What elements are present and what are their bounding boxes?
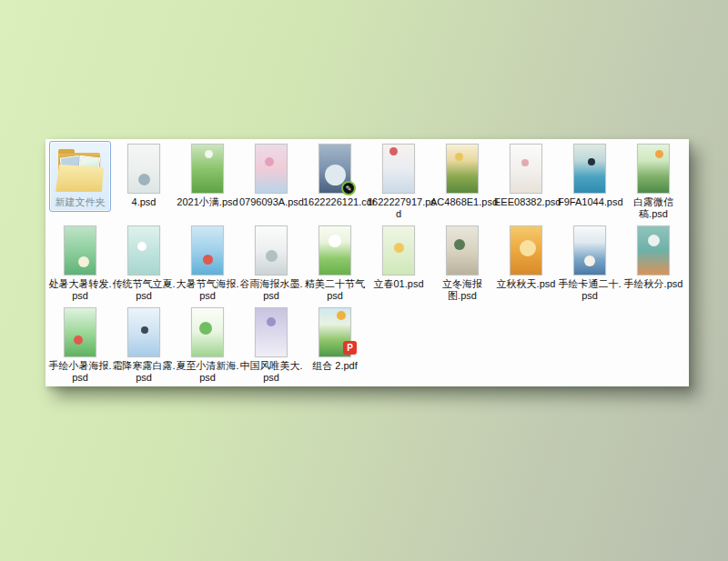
file-thumbnail [573,225,606,275]
file-item[interactable]: 新建文件夹 [48,141,112,220]
thumbnail-area [112,305,176,357]
poster-accent [203,255,213,265]
file-item[interactable]: 夏至小清新海. psd [176,305,239,384]
thumbnail-area [303,223,367,275]
file-item[interactable]: 精美二十节气 psd [303,223,367,302]
file-label: 夏至小清新海. psd [176,360,238,384]
file-item[interactable]: AC4868E1.psd [430,141,494,220]
file-item[interactable]: 立冬海报图.psd [430,223,494,302]
poster-accent [199,322,212,335]
file-thumbnail [64,225,96,275]
file-item[interactable]: 1622227917.ps d [367,141,430,220]
file-item[interactable]: 手绘卡通二十. psd [558,223,622,302]
file-label: 1622226121.cdr [303,196,367,208]
thumbnail-area [367,223,430,275]
file-item[interactable]: 白露微信稿.psd [622,141,685,220]
poster-accent [138,174,150,185]
file-item[interactable]: F9FA1044.psd [558,141,622,220]
file-item[interactable]: 中国风唯美大. psd [239,305,303,384]
file-label: 手绘小暑海报. psd [48,360,111,384]
file-item[interactable]: 霜降寒露白露. psd [112,305,176,384]
thumbnail-area [239,141,303,194]
poster-accent [141,326,148,334]
thumbnail-area: P [303,305,367,357]
file-thumbnail [446,144,479,194]
file-label: 0796093A.psd [239,196,303,208]
thumbnail-area [48,305,112,357]
file-item[interactable]: ✎1622226121.cdr [303,141,367,220]
file-label: 立春01.psd [373,278,423,290]
file-item[interactable]: 2021小满.psd [176,141,239,220]
file-label: 4.psd [132,196,157,208]
thumbnail-area [558,223,622,275]
file-label: 中国风唯美大. psd [239,360,302,384]
file-thumbnail [318,225,351,275]
file-label: 精美二十节气 psd [305,278,365,302]
file-label: 霜降寒露白露. psd [112,360,175,384]
folder-front [56,165,104,192]
file-item[interactable]: 手绘秋分.psd [622,223,685,302]
file-explorer-panel: 新建文件夹4.psd2021小满.psd0796093A.psd✎1622226… [46,139,689,386]
thumbnail-area [48,223,112,275]
file-label: 大暑节气海报. psd [176,278,238,302]
poster-accent [78,256,89,267]
file-item[interactable]: P组合 2.pdf [303,305,367,384]
file-label: 处暑大暑转发. psd [48,278,111,302]
file-item[interactable]: 大暑节气海报. psd [176,223,239,302]
thumbnail-area [430,141,494,194]
file-thumbnail [382,144,415,194]
poster-accent [265,157,274,166]
thumbnail-area [367,141,430,194]
file-label: 传统节气立夏. psd [112,278,175,302]
file-label: AC4868E1.psd [430,196,494,208]
file-thumbnail [127,225,160,275]
file-label: 组合 2.pdf [312,360,358,372]
thumbnail-area [176,223,239,275]
thumbnail-area [622,141,685,194]
file-thumbnail [191,144,224,194]
poster-accent [454,239,465,250]
file-thumbnail [510,144,542,194]
file-label: 手绘卡通二十. psd [558,278,621,302]
poster-accent [394,243,404,253]
poster-accent [520,240,536,256]
file-item[interactable]: 0796093A.psd [239,141,303,220]
file-thumbnail [191,307,224,357]
poster-accent [648,235,660,246]
file-thumbnail [637,144,670,194]
file-item[interactable]: 立秋秋天.psd [494,223,558,302]
thumbnail-area [494,223,558,275]
file-thumbnail [255,225,288,275]
file-thumbnail [191,225,224,275]
file-item[interactable]: 传统节气立夏. psd [112,223,176,302]
poster-accent [521,159,529,166]
file-thumbnail [446,225,479,275]
poster-accent [655,150,663,158]
thumbnail-area [430,223,494,275]
poster-accent [266,250,278,262]
file-label: 立冬海报图.psd [430,278,494,302]
file-item[interactable]: 立春01.psd [367,223,430,302]
file-item[interactable]: 处暑大暑转发. psd [48,223,112,302]
file-thumbnail [510,225,542,275]
file-label: 谷雨海报水墨. psd [239,278,302,302]
file-thumbnail [64,307,96,357]
poster-accent [137,242,147,251]
file-item[interactable]: 谷雨海报水墨. psd [239,223,303,302]
file-label: 手绘秋分.psd [624,278,683,290]
file-item[interactable]: 手绘小暑海报. psd [48,305,112,384]
poster-accent [584,255,595,266]
folder-icon [53,145,107,194]
poster-accent [329,235,341,247]
cdr-file-type-icon: ✎ [341,181,356,195]
file-thumbnail [127,144,160,194]
thumbnail-area [48,141,112,194]
file-thumbnail [255,144,288,194]
thumbnail-area [239,305,303,357]
file-item[interactable]: EEE08382.psd [494,141,558,220]
file-thumbnail [637,225,670,275]
file-item[interactable]: 4.psd [112,141,176,220]
poster-accent [588,158,595,165]
file-thumbnail: ✎ [318,144,351,194]
thumbnail-area [176,305,239,357]
